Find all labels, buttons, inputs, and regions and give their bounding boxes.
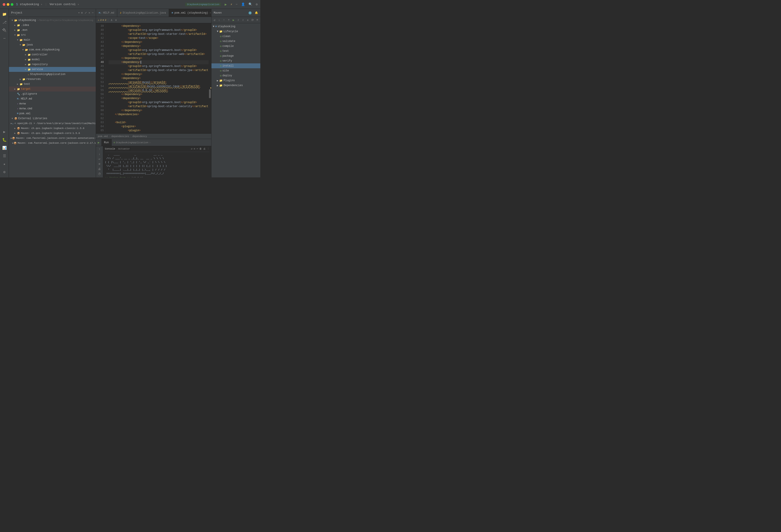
tree-item-resources[interactable]: ▶ 📁 resources: [9, 77, 96, 82]
tree-item-pom[interactable]: ▶ M pom.xml: [9, 111, 96, 116]
sidebar-icon-structure[interactable]: ☰: [1, 152, 8, 160]
vcs-label[interactable]: Version control: [49, 3, 76, 6]
panel-dropdown[interactable]: ▾: [78, 11, 80, 14]
vcs-dropdown[interactable]: ▾: [78, 3, 79, 6]
code-content[interactable]: <dependency> <groupId>org.springframewor…: [106, 23, 209, 133]
tree-item-mvn[interactable]: ▶ 📁 .mvn: [9, 28, 96, 33]
tree-item-mvnw-cmd[interactable]: ▶ ⚡ mvnw.cmd: [9, 106, 96, 111]
maven-menu[interactable]: ≡: [255, 17, 259, 23]
breadcrumb-dependencies[interactable]: dependencies: [112, 135, 129, 138]
app-dropdown[interactable]: ▾: [41, 3, 42, 6]
maven-refresh[interactable]: ↺: [212, 17, 216, 23]
tab-close-icon[interactable]: ✕: [210, 11, 211, 14]
tree-item-service[interactable]: ▶ 📁 service: [9, 67, 96, 72]
panel-expand-icon[interactable]: ⤢: [85, 11, 87, 14]
tab-java[interactable]: J StaybookingApplication.java: [117, 9, 169, 17]
console-wrap-icon[interactable]: ↩: [197, 147, 198, 151]
maven-bell-icon[interactable]: 🔔: [255, 11, 258, 14]
maven-dependencies[interactable]: ▶ 📁 Dependencies: [211, 83, 260, 88]
maximize-button[interactable]: [11, 3, 13, 6]
scrollbar-thumb[interactable]: [209, 89, 211, 98]
breadcrumb-dependency[interactable]: dependency: [132, 135, 147, 138]
console-more-icon[interactable]: ⋮: [207, 147, 209, 151]
tree-item-target[interactable]: ▶ 📁 target: [9, 87, 96, 91]
sidebar-icon-more[interactable]: ⋯: [1, 35, 8, 42]
code-editor[interactable]: 39 40 41 42 43 44 45 46 47 48 49 50 51 5…: [96, 23, 211, 133]
sidebar-icon-favorites[interactable]: ★: [1, 161, 8, 168]
maven-reload[interactable]: ⟳: [250, 17, 254, 23]
maven-plugins[interactable]: ▶ 📁 Plugins: [211, 78, 260, 83]
maven-lifecycle[interactable]: ▼ 📁 Lifecycle: [211, 29, 260, 34]
maven-run[interactable]: ▶: [231, 17, 236, 23]
maven-root[interactable]: ▼ M staybooking: [211, 24, 260, 29]
maven-phase-verify[interactable]: ⚙ verify: [211, 58, 260, 63]
sidebar-icon-plugins[interactable]: 🔌: [1, 27, 8, 34]
run-settings[interactable]: ⚙: [97, 177, 102, 177]
tree-item-main[interactable]: ▼ 📂 main: [9, 38, 96, 42]
user-icon[interactable]: 👤: [241, 2, 245, 6]
tree-item-jackson-core[interactable]: ▶ 📦 Maven: com.fasterxml.jackson.core:ja…: [9, 141, 96, 145]
run-scroll-down[interactable]: ↓: [97, 152, 102, 156]
console-tab[interactable]: Console: [105, 147, 115, 151]
maven-run-debug[interactable]: ⚡: [236, 17, 240, 23]
tree-item-idea[interactable]: ▶ 📁 .idea: [9, 23, 96, 28]
scrollbar[interactable]: [209, 23, 211, 133]
console-content[interactable]: Console Actuator ↺ ⊘ ↩ 🗑 🖨 ⋮ . ____ _: [103, 146, 211, 177]
tab-pom[interactable]: M pom.xml (staybooking) ✕: [169, 9, 211, 17]
tree-item-jackson-annotations[interactable]: ▶ 📦 Maven: com.fasterxml.jackson.core:ja…: [9, 136, 96, 141]
sidebar-icon-debug[interactable]: 🐛: [1, 136, 8, 143]
search-icon[interactable]: 🔍: [248, 2, 252, 6]
run-button[interactable]: ▶: [224, 2, 227, 7]
tree-item-main-class[interactable]: ▶ ☕ StaybookingApplication: [9, 72, 96, 77]
tree-item-java[interactable]: ▼ 📂 java: [9, 42, 96, 47]
tree-item-repository[interactable]: ▶ 📁 repository: [9, 62, 96, 67]
tree-item-jdk[interactable]: ▶ ☕ < openjdk-21 > /Users/eve/Library/Ja…: [9, 121, 96, 126]
tree-item-mvnw[interactable]: ▶ ⚡ mvnw: [9, 101, 96, 106]
app-tab-close[interactable]: ✕: [149, 141, 151, 144]
tree-item-controller[interactable]: ▶ 📁 controller: [9, 52, 96, 57]
panel-close-icon[interactable]: ✕: [89, 11, 90, 14]
sidebar-icon-profiler[interactable]: 📊: [1, 144, 8, 151]
sidebar-icon-folder[interactable]: 📁: [1, 11, 8, 18]
run-print[interactable]: 🖨: [97, 167, 102, 171]
maven-phase-test[interactable]: ⚙ test: [211, 49, 260, 53]
maven-phase-deploy[interactable]: ⚙ deploy: [211, 73, 260, 78]
maven-phase-install[interactable]: ⚙ install: [211, 63, 260, 68]
console-stop-icon[interactable]: ⊘: [194, 147, 195, 151]
maven-add[interactable]: +: [227, 17, 231, 23]
tree-item-logback-classic[interactable]: ▶ 📦 Maven: ch.qos.logback:logback-classi…: [9, 126, 96, 131]
run-soft-wrap[interactable]: ↩: [97, 157, 102, 161]
maven-phase-package[interactable]: ⚙ package: [211, 53, 260, 58]
actuator-tab[interactable]: Actuator: [118, 147, 130, 151]
tree-item-package[interactable]: ▼ 📂 com.eve.staybooking: [9, 47, 96, 52]
panel-settings-icon[interactable]: ⚙: [81, 11, 83, 14]
maven-phase-clean[interactable]: ⚙ clean: [211, 34, 260, 39]
bottom-tab-app[interactable]: ⚙ StaybookingApplication ✕: [112, 139, 152, 146]
bottom-tab-run[interactable]: Run: [101, 139, 112, 146]
maven-cancel[interactable]: ✕: [246, 17, 250, 23]
app-name[interactable]: staybooking: [19, 3, 39, 6]
maven-upload[interactable]: ↑: [222, 17, 226, 23]
tree-item-model[interactable]: ▶ 📁 model: [9, 57, 96, 62]
console-print-icon[interactable]: 🖨: [203, 147, 206, 151]
tree-item-src[interactable]: ▼ 📂 src: [9, 33, 96, 38]
breadcrumb-pom[interactable]: pom.xml: [98, 135, 108, 138]
toolbar-up-icon[interactable]: ∧: [110, 18, 114, 22]
tree-item-logback-core[interactable]: ▶ 📦 Maven: ch.qos.logback:logback-core:1…: [9, 131, 96, 136]
minimize-button[interactable]: [7, 3, 9, 6]
console-reload-icon[interactable]: ↺: [191, 147, 193, 151]
tree-item-ext-libs[interactable]: ▼ 📦 External Libraries: [9, 116, 96, 121]
maven-phase-validate[interactable]: ⚙ validate: [211, 39, 260, 44]
tab-help[interactable]: M↓ HELP.md: [96, 9, 117, 17]
run-clear[interactable]: ⊘: [97, 162, 102, 166]
settings-icon[interactable]: ⚙: [256, 2, 258, 6]
close-button[interactable]: [3, 3, 5, 6]
sidebar-icon-settings[interactable]: ⚙: [1, 169, 8, 176]
run-history[interactable]: ⏱: [97, 172, 102, 176]
toolbar-down-icon[interactable]: ∨: [114, 18, 118, 22]
maven-phase-compile[interactable]: ⚙ compile: [211, 44, 260, 49]
tree-item-help[interactable]: ▶ M↓ HELP.md: [9, 96, 96, 101]
maven-phase-site[interactable]: ⚙ site: [211, 68, 260, 73]
run-scroll-up[interactable]: ↑: [97, 147, 102, 151]
tree-item-test[interactable]: ▶ 📁 test: [9, 82, 96, 87]
